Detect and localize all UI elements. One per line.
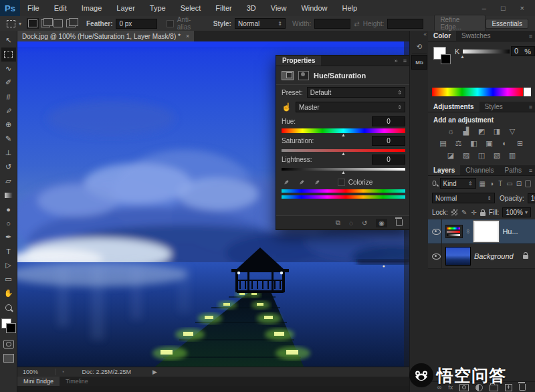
adjustment-curves-icon[interactable]: ◩ [476,126,488,136]
lock-transparency-icon[interactable] [451,209,457,215]
smart-object-filter-icon[interactable]: ⊡ [516,180,522,187]
menu-type[interactable]: Type [142,4,173,12]
canvas[interactable]: Properties » ≡ Hue/Saturation Preset: De… [17,41,409,367]
eyedropper-add-icon[interactable]: ✒ [296,177,307,188]
zoom-level-input[interactable]: 100% [17,369,49,375]
subtract-from-selection-icon[interactable] [54,19,63,27]
filter-toggle-icon[interactable] [525,180,531,187]
adjustment-layer-thumbnail[interactable] [445,225,463,238]
maximize-button[interactable]: □ [501,4,506,12]
history-brush-tool[interactable]: ↺ [1,160,16,174]
collapse-panel-icon[interactable]: » [395,58,398,64]
lightness-value-input[interactable]: 0 [372,155,405,165]
slider-thumb-icon[interactable]: ▲ [460,54,465,59]
status-play-icon[interactable]: ▶ [152,369,157,375]
layer-row-hue-saturation[interactable]: ∞ Hu... [428,219,535,244]
clone-stamp-tool[interactable]: ⊥ [1,146,16,160]
healing-brush-tool[interactable]: ⊕ [1,118,16,132]
quick-selection-tool[interactable]: ✐ [1,76,16,90]
path-selection-tool[interactable]: ▷ [1,258,16,272]
layer-visibility-icon[interactable] [432,229,441,235]
adjustment-exposure-icon[interactable]: ◨ [492,126,503,136]
menu-filter[interactable]: Filter [208,4,239,12]
layer-mask-thumbnail[interactable] [473,221,499,242]
background-layer-thumbnail[interactable] [445,247,471,266]
rectangular-marquee-tool[interactable] [1,47,16,62]
document-tab[interactable]: Dock.jpg @ 100% (Hue/Saturation 1, Layer… [17,31,194,41]
minimize-button[interactable]: – [482,4,486,12]
clip-to-layer-icon[interactable]: ⧉ [336,219,340,227]
adjustment-color-lookup-icon[interactable]: ⊞ [514,138,526,148]
slider-thumb-icon[interactable]: ▲ [341,152,346,156]
tab-layers[interactable]: Layers [428,165,460,175]
hue-slider[interactable]: ▲ [282,128,405,133]
adjustment-gradient-map-icon[interactable]: ▥ [507,151,518,160]
adjustment-layer-filter-icon[interactable]: ◑ [489,180,494,187]
tab-properties[interactable]: Properties [276,56,321,66]
slider-thumb-icon[interactable]: ▲ [341,133,346,137]
type-layer-filter-icon[interactable]: T [498,180,503,187]
gradient-tool[interactable] [1,188,16,202]
menu-layer[interactable]: Layer [109,4,142,12]
anti-alias-checkbox[interactable] [167,20,173,27]
layer-mask-icon[interactable] [282,71,294,80]
adjustment-brightness-contrast-icon[interactable]: ☼ [445,126,457,136]
height-input[interactable] [387,19,423,29]
menu-file[interactable]: File [20,4,47,12]
background-color-swatch[interactable] [441,54,451,64]
menu-view[interactable]: View [263,4,294,12]
lock-all-icon[interactable] [480,212,486,216]
mask-link-icon[interactable]: ∞ [465,229,471,233]
swap-dimensions-icon[interactable]: ⇄ [354,20,359,27]
fill-input[interactable]: 100% ▾ [502,207,531,217]
tool-preset-caret-icon[interactable]: ▾ [19,21,21,27]
adjustment-hue-saturation-icon[interactable]: ▤ [437,138,449,148]
eyedropper-tool[interactable]: ✑ [1,104,16,118]
tab-channels[interactable]: Channels [460,165,499,175]
color-spectrum-ramp[interactable] [432,88,523,96]
quick-mask-button[interactable] [3,340,14,349]
menu-select[interactable]: Select [173,4,209,12]
menu-window[interactable]: Window [294,4,334,12]
tab-color[interactable]: Color [428,31,456,41]
saturation-value-input[interactable]: 0 [372,136,405,146]
targeted-adjustment-icon[interactable]: ☝ [282,102,292,112]
adjustment-posterize-icon[interactable]: ▨ [461,151,472,160]
intersect-selection-icon[interactable] [66,19,76,27]
adjustment-invert-icon[interactable]: ◪ [445,151,457,160]
close-button[interactable]: × [520,4,524,12]
lock-pixels-icon[interactable]: ✎ [461,209,467,216]
k-channel-slider[interactable] [463,50,510,54]
marquee-tool-preset-icon[interactable] [7,20,15,27]
width-input[interactable] [314,19,350,29]
menu-image[interactable]: Image [74,4,110,12]
adjustment-channel-mixer-icon[interactable]: ◐ [499,138,510,148]
tab-adjustments[interactable]: Adjustments [428,102,479,112]
dodge-tool[interactable]: ○ [1,216,16,230]
panel-menu-icon[interactable]: ≡ [529,104,535,110]
tab-swatches[interactable]: Swatches [456,31,496,41]
type-tool[interactable]: T [1,244,16,258]
pen-tool[interactable]: ✒ [1,230,16,244]
zoom-tool[interactable] [1,300,16,314]
adjustment-color-balance-icon[interactable]: ⚖ [453,138,464,148]
history-panel-button[interactable]: ⟲ [412,39,427,54]
brush-tool[interactable]: ✎ [1,132,16,146]
menu-edit[interactable]: Edit [47,4,74,12]
hand-tool[interactable]: ✋ [1,286,16,300]
adjustment-levels-icon[interactable]: ▟ [461,126,472,136]
delete-adjustment-icon[interactable] [396,219,403,226]
tab-paths[interactable]: Paths [500,165,528,175]
slider-thumb-icon[interactable]: ▲ [341,171,346,175]
mini-bridge-panel-button[interactable]: Mb [411,55,427,70]
eyedropper-subtract-icon[interactable]: ✒ [312,177,322,188]
white-swatch[interactable] [523,88,531,96]
tab-timeline[interactable]: Timeline [60,377,94,386]
preset-select[interactable]: Default ⇕ [307,87,405,98]
layer-name[interactable]: Background [474,252,514,260]
panel-menu-icon[interactable]: ≡ [403,58,407,64]
tab-mini-bridge[interactable]: Mini Bridge [17,377,60,386]
screen-mode-button[interactable] [3,354,14,363]
adjustment-icon[interactable] [298,71,309,80]
eraser-tool[interactable]: ▱ [1,174,16,188]
